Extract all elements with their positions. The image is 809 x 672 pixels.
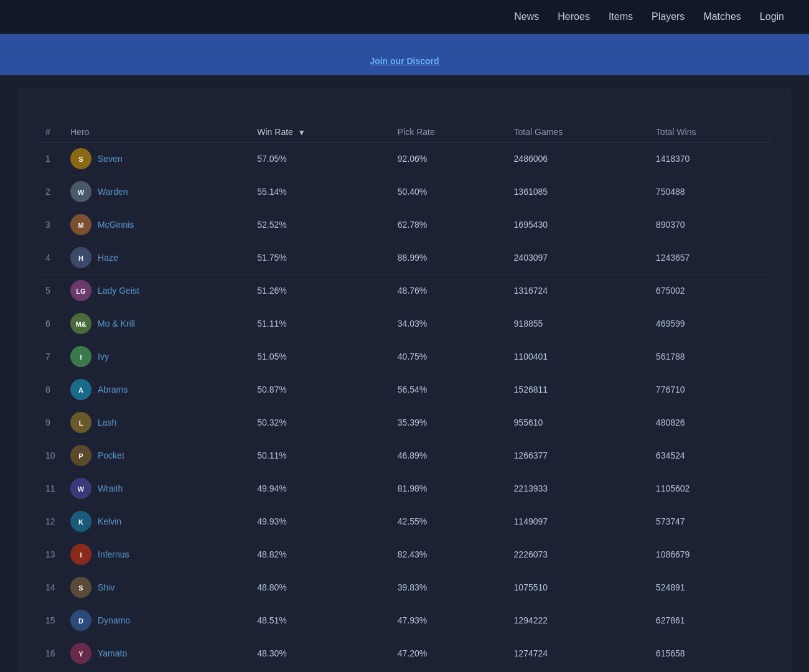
cell-winrate: 50.87% [250, 373, 390, 406]
nav-link-news[interactable]: News [514, 11, 539, 22]
cell-winrate: 48.82% [250, 538, 390, 571]
cell-totalwins: 750488 [648, 175, 771, 208]
table-header: # Hero Win Rate ▼ Pick Rate Total Games … [38, 122, 771, 142]
nav-link-matches[interactable]: Matches [703, 11, 741, 22]
col-rank: # [38, 122, 63, 142]
hero-name[interactable]: Haze [98, 253, 118, 263]
site-header: NewsHeroesItemsPlayersMatchesLogin [0, 0, 809, 34]
hero-name[interactable]: Lash [98, 418, 116, 427]
svg-text:A: A [78, 386, 83, 394]
svg-text:K: K [78, 518, 83, 526]
svg-text:Y: Y [78, 650, 83, 658]
cell-totalwins: 675002 [648, 274, 771, 307]
hero-name[interactable]: Lady Geist [98, 286, 139, 296]
hero-name[interactable]: Kelvin [98, 516, 121, 526]
cell-hero: M McGinnis [63, 208, 250, 241]
cell-hero: Y Yamato [63, 637, 250, 670]
cell-totalwins: 890370 [648, 208, 771, 241]
hero-name[interactable]: Infernus [98, 549, 129, 559]
svg-text:W: W [78, 485, 85, 493]
cell-totalgames: 1361085 [507, 175, 648, 208]
cell-rank: 1 [38, 142, 63, 175]
hero-name[interactable]: Ivy [98, 352, 109, 362]
cell-pickrate: 56.54% [390, 373, 507, 406]
cell-totalgames: 1149097 [507, 505, 648, 538]
cell-winrate: 49.93% [250, 505, 390, 538]
table-row: 10 P Pocket 50.11% 46.89% 1266377 634524 [38, 439, 771, 472]
cell-rank: 4 [38, 241, 63, 274]
main-nav: NewsHeroesItemsPlayersMatchesLogin [514, 11, 784, 22]
cell-pickrate: 34.03% [390, 307, 507, 340]
svg-text:L: L [79, 419, 83, 427]
svg-text:S: S [78, 156, 83, 163]
cell-rank: 13 [38, 538, 63, 571]
cell-pickrate: 46.89% [390, 439, 507, 472]
cell-rank: 6 [38, 307, 63, 340]
hero-name[interactable]: Yamato [98, 648, 127, 658]
nav-link-heroes[interactable]: Heroes [558, 11, 590, 22]
hero-avatar: M& [70, 313, 91, 334]
cell-pickrate: 47.93% [390, 604, 507, 637]
hero-name[interactable]: Warden [98, 187, 128, 197]
hero-name[interactable]: Wraith [98, 483, 123, 493]
col-hero: Hero [63, 122, 250, 142]
cell-totalgames: 1316724 [507, 274, 648, 307]
table-row: 12 K Kelvin 49.93% 42.55% 1149097 573747 [38, 505, 771, 538]
cell-hero: A Abrams [63, 373, 250, 406]
table-row: 4 H Haze 51.75% 88.99% 2403097 1243657 [38, 241, 771, 274]
cell-pickrate: 81.98% [390, 472, 507, 505]
col-winrate[interactable]: Win Rate ▼ [250, 122, 390, 142]
cell-winrate: 51.11% [250, 307, 390, 340]
svg-text:S: S [78, 584, 83, 592]
svg-text:M&: M& [75, 320, 86, 328]
cell-totalwins: 890627 [648, 670, 771, 673]
cell-totalwins: 1418370 [648, 142, 771, 175]
cell-pickrate: 68.31% [390, 670, 507, 673]
cell-hero: P Pocket [63, 439, 250, 472]
cell-hero: S Shiv [63, 571, 250, 604]
cell-totalgames: 2213933 [507, 472, 648, 505]
hero-avatar: S [70, 148, 91, 169]
hero-name[interactable]: Abrams [98, 385, 128, 394]
sort-arrow-icon: ▼ [298, 128, 306, 137]
hero-name[interactable]: Pocket [98, 450, 124, 460]
cell-winrate: 48.51% [250, 604, 390, 637]
hero-name[interactable]: McGinnis [98, 220, 134, 230]
cell-totalgames: 2226073 [507, 538, 648, 571]
cell-totalgames: 1075510 [507, 571, 648, 604]
table-row: 3 M McGinnis 52.52% 62.78% 1695430 89037… [38, 208, 771, 241]
nav-link-items[interactable]: Items [609, 11, 633, 22]
hero-name[interactable]: Shiv [98, 582, 115, 592]
cell-pickrate: 47.20% [390, 637, 507, 670]
cell-totalwins: 776710 [648, 373, 771, 406]
table-row: 16 Y Yamato 48.30% 47.20% 1274724 615658 [38, 637, 771, 670]
cell-totalwins: 524891 [648, 571, 771, 604]
cell-totalgames: 1266377 [507, 439, 648, 472]
cell-totalgames: 1100401 [507, 340, 648, 373]
nav-link-login[interactable]: Login [760, 11, 784, 22]
cell-totalgames: 2486006 [507, 142, 648, 175]
hero-avatar: Y [70, 643, 91, 664]
discord-link[interactable]: Join our Discord [370, 56, 439, 66]
svg-text:LG: LG [76, 287, 85, 295]
cell-totalwins: 634524 [648, 439, 771, 472]
nav-link-players[interactable]: Players [652, 11, 685, 22]
hero-stats-card: # Hero Win Rate ▼ Pick Rate Total Games … [19, 88, 790, 672]
table-row: 5 LG Lady Geist 51.26% 48.76% 1316724 67… [38, 274, 771, 307]
cell-rank: 9 [38, 406, 63, 439]
cell-winrate: 51.75% [250, 241, 390, 274]
cell-totalgames: 1844744 [507, 670, 648, 673]
cell-pickrate: 82.43% [390, 538, 507, 571]
table-row: 13 I Infernus 48.82% 82.43% 2226073 1086… [38, 538, 771, 571]
svg-text:D: D [78, 617, 83, 625]
hero-name[interactable]: Seven [98, 154, 123, 164]
cell-totalgames: 1294222 [507, 604, 648, 637]
table-row: 1 S Seven 57.05% 92.06% 2486006 1418370 [38, 142, 771, 175]
cell-hero: K Kelvin [63, 505, 250, 538]
hero-avatar: M [70, 214, 91, 235]
cell-winrate: 49.94% [250, 472, 390, 505]
cell-totalwins: 627861 [648, 604, 771, 637]
cell-hero: I Ivy [63, 340, 250, 373]
hero-name[interactable]: Mo & Krill [98, 319, 135, 329]
hero-name[interactable]: Dynamo [98, 615, 130, 625]
